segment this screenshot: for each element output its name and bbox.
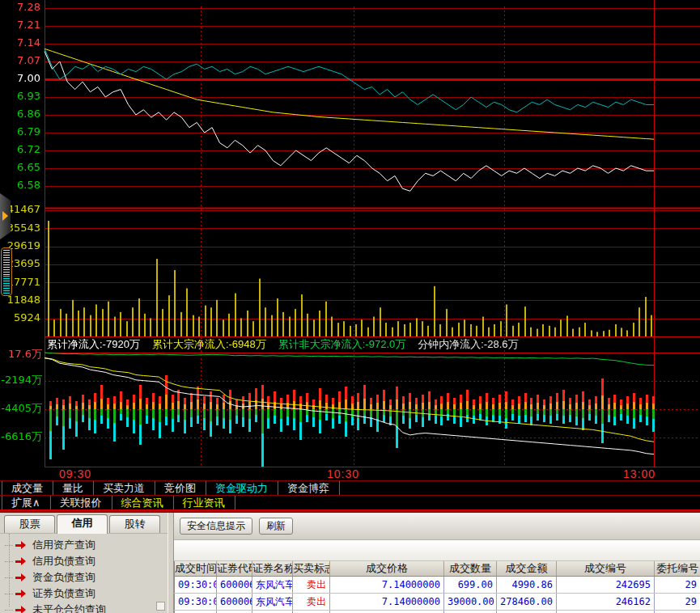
info-tab-0[interactable]: 扩展∧	[2, 496, 51, 509]
chart-tab-1[interactable]: 量比	[53, 481, 94, 495]
trade-cell: 7.14000000	[330, 577, 444, 594]
chart-tab-0[interactable]: 成交量	[2, 481, 53, 495]
trade-cell: 29	[655, 594, 700, 611]
trade-row-2[interactable]: 09:30:04600006东风汽车卖出7.140000001701.00121…	[175, 611, 700, 613]
info-tab-3[interactable]: 行业资讯	[174, 496, 235, 509]
info-tab-2[interactable]: 综合资讯	[112, 496, 174, 509]
time-axis: 09:30 10:30 13:00	[0, 467, 700, 480]
sidebar-item-1[interactable]: 信用负债查询	[5, 553, 168, 569]
trade-cell: 246162	[557, 594, 655, 611]
flow-summary-item-2: 累计非大宗净流入:-972.0万	[278, 337, 405, 352]
tree-connector	[5, 577, 13, 578]
info-tab-bar: 扩展∧关联报价综合资讯行业资讯	[0, 495, 700, 509]
mini-map-widget[interactable]	[1, 247, 12, 296]
red-arrow-icon	[15, 541, 27, 549]
col-header-2[interactable]: 证券名称	[252, 561, 293, 577]
trade-cell: 7.14000000	[330, 611, 444, 613]
trade-cell: 39000.00	[444, 594, 497, 611]
red-arrow-icon	[15, 606, 27, 613]
panel-expander-handle[interactable]	[0, 193, 11, 239]
trade-cell: 242695	[557, 577, 655, 594]
trade-cell: 600006	[217, 594, 252, 611]
sidebar-tab-2[interactable]: 股转	[109, 515, 160, 533]
trade-cell: 29	[655, 611, 700, 613]
time-label-0930: 09:30	[59, 467, 91, 480]
sidebar-query-panel: 股票信用股转 信用资产查询信用负债查询资金负债查询证券负债查询未平仓合约查询	[0, 513, 168, 613]
trades-filter-row	[174, 540, 700, 561]
security-info-button[interactable]: 安全信息提示	[180, 518, 252, 535]
trade-cell: 卖出	[293, 594, 330, 611]
col-header-1[interactable]: 证券代码	[217, 561, 252, 577]
sidebar-tabs: 股票信用股转	[0, 513, 168, 534]
chart-tab-3[interactable]: 竞价图	[155, 481, 206, 495]
sidebar-item-label: 证券负债查询	[32, 586, 95, 601]
tree-connector	[5, 561, 13, 562]
trade-cell: 09:30:03	[175, 577, 217, 594]
sidebar-scroll-corner[interactable]	[156, 602, 165, 611]
chart-tab-2[interactable]: 买卖力道	[94, 481, 155, 495]
sidebar-tab-0[interactable]: 股票	[4, 515, 55, 533]
red-arrow-icon	[15, 573, 27, 581]
chart-tab-bar: 成交量量比买卖力道竞价图资金驱动力资金博弈	[0, 480, 700, 495]
info-tab-1[interactable]: 关联报价	[51, 496, 112, 509]
col-header-3[interactable]: 买卖标志	[293, 561, 330, 577]
flow-summary-bar: 累计净流入:-7920万累计大宗净流入:-6948万累计非大宗净流入:-972.…	[47, 337, 518, 352]
trades-panel: 安全信息提示 刷新 成交时间证券代码证券名称买卖标志成交价格成交数量成交金额成交…	[174, 513, 700, 613]
trade-cell: 09:30:04	[175, 611, 217, 613]
panel-splitter[interactable]	[168, 513, 174, 613]
col-header-4[interactable]: 成交价格	[330, 561, 444, 577]
trade-cell: 12145.14	[497, 611, 557, 613]
chart-tab-4[interactable]: 资金驱动力	[206, 481, 278, 495]
mini-map-lines	[3, 250, 10, 276]
sidebar-item-0[interactable]: 信用资产查询	[5, 537, 168, 553]
trade-cell: 4990.86	[497, 577, 557, 594]
sidebar-item-label: 信用负债查询	[32, 554, 95, 569]
sidebar-item-label: 资金负债查询	[32, 570, 95, 585]
col-header-5[interactable]: 成交数量	[444, 561, 497, 577]
trade-cell: 东风汽车	[252, 611, 293, 613]
refresh-button[interactable]: 刷新	[259, 518, 293, 535]
chart-tab-5[interactable]: 资金博弈	[278, 481, 340, 495]
col-header-8[interactable]: 委托编号	[655, 561, 700, 577]
trade-cell: 卖出	[293, 577, 330, 594]
trades-toolbar: 安全信息提示 刷新	[174, 513, 700, 540]
minute-chart-canvas[interactable]	[0, 0, 700, 467]
trade-cell: 09:30:03	[175, 594, 217, 611]
trade-cell: 600006	[217, 611, 252, 613]
bottom-section: 股票信用股转 信用资产查询信用负债查询资金负债查询证券负债查询未平仓合约查询 安…	[0, 513, 700, 613]
trade-cell: 东风汽车	[252, 577, 293, 594]
trade-cell: 29	[655, 577, 700, 594]
sidebar-tab-1[interactable]: 信用	[57, 514, 108, 534]
trade-row-1[interactable]: 09:30:03600006东风汽车卖出7.1400000039000.0027…	[175, 594, 700, 611]
trade-row-0[interactable]: 09:30:03600006东风汽车卖出7.14000000699.004990…	[175, 577, 700, 594]
sidebar-tree: 信用资产查询信用负债查询资金负债查询证券负债查询未平仓合约查询	[0, 534, 168, 613]
trading-terminal-window: 累计净流入:-7920万累计大宗净流入:-6948万累计非大宗净流入:-972.…	[0, 0, 700, 613]
trades-table: 成交时间证券代码证券名称买卖标志成交价格成交数量成交金额成交编号委托编号09:3…	[174, 561, 700, 613]
trade-cell: 卖出	[293, 611, 330, 613]
sidebar-item-label: 未平仓合约查询	[32, 602, 106, 613]
trade-cell: 278460.00	[497, 594, 557, 611]
trade-cell: 7.14000000	[330, 594, 444, 611]
time-label-1030: 10:30	[327, 467, 359, 480]
tree-connector	[5, 545, 13, 546]
fund-drive-chart-panel: 累计净流入:-7920万累计大宗净流入:-6948万累计非大宗净流入:-972.…	[0, 0, 700, 467]
mini-map-cyan-lines	[3, 276, 10, 294]
col-header-6[interactable]: 成交金额	[497, 561, 557, 577]
red-arrow-icon	[15, 557, 27, 565]
trade-cell: 1701.00	[444, 611, 497, 613]
col-header-7[interactable]: 成交编号	[557, 561, 655, 577]
tree-connector	[5, 594, 13, 594]
sidebar-item-4[interactable]: 未平仓合约查询	[5, 602, 168, 613]
flow-summary-item-3: 分钟内净流入:-28.6万	[418, 337, 518, 352]
expand-arrow-icon	[2, 211, 8, 221]
trade-cell: 699.00	[444, 577, 497, 594]
red-arrow-icon	[15, 590, 27, 598]
tree-connector	[5, 610, 13, 611]
sidebar-item-2[interactable]: 资金负债查询	[5, 569, 168, 586]
trade-cell: 600006	[217, 577, 252, 594]
col-header-0[interactable]: 成交时间	[175, 561, 217, 577]
sidebar-item-3[interactable]: 证券负债查询	[5, 586, 168, 602]
time-label-1300: 13:00	[623, 467, 655, 480]
trade-cell: 东风汽车	[252, 594, 293, 611]
trades-header-row: 成交时间证券代码证券名称买卖标志成交价格成交数量成交金额成交编号委托编号	[175, 561, 700, 577]
